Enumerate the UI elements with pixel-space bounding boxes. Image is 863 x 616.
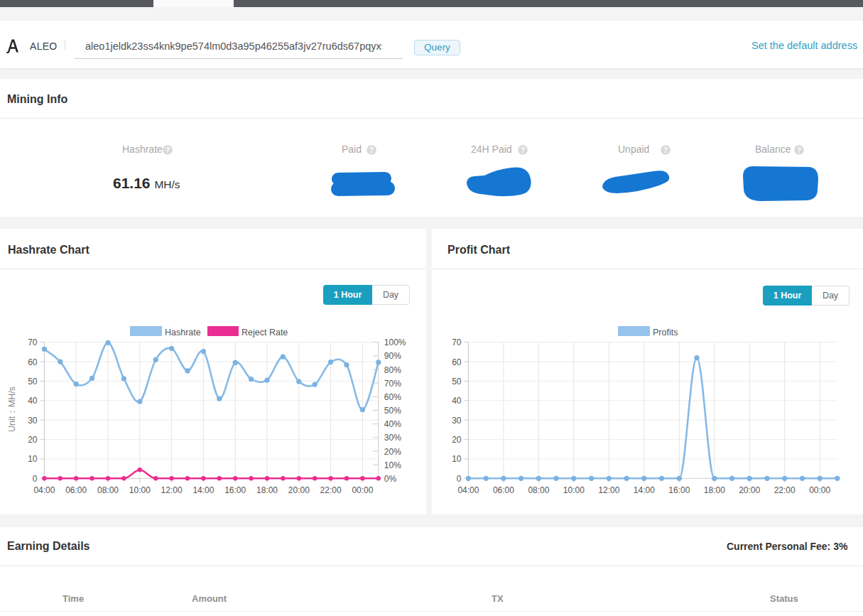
svg-text:20:00: 20:00	[288, 485, 310, 495]
svg-text:50: 50	[452, 377, 462, 387]
svg-text:90%: 90%	[384, 351, 401, 361]
svg-text:14:00: 14:00	[634, 485, 655, 495]
svg-text:20: 20	[28, 435, 38, 445]
svg-text:10:00: 10:00	[563, 485, 585, 495]
svg-text:06:00: 06:00	[65, 485, 87, 495]
svg-text:30: 30	[452, 416, 462, 426]
svg-text:0: 0	[33, 474, 38, 484]
svg-text:22:00: 22:00	[320, 485, 342, 495]
svg-text:00:00: 00:00	[809, 485, 830, 495]
svg-text:18:00: 18:00	[704, 485, 725, 495]
svg-text:04:00: 04:00	[457, 485, 479, 495]
svg-text:10%: 10%	[384, 460, 401, 470]
svg-text:10:00: 10:00	[129, 485, 151, 495]
svg-text:Unit：MH/s: Unit：MH/s	[7, 387, 17, 432]
svg-text:30: 30	[28, 416, 38, 426]
svg-text:100%: 100%	[384, 337, 406, 347]
svg-text:12:00: 12:00	[598, 485, 619, 495]
svg-text:60%: 60%	[384, 392, 401, 402]
svg-text:16:00: 16:00	[668, 485, 690, 495]
svg-text:10: 10	[452, 454, 462, 464]
svg-text:10: 10	[28, 454, 38, 464]
svg-text:Profits: Profits	[653, 328, 678, 337]
svg-text:Reject Rate: Reject Rate	[241, 328, 288, 337]
svg-text:20%: 20%	[384, 447, 401, 457]
svg-text:18:00: 18:00	[256, 485, 278, 495]
svg-text:40: 40	[28, 396, 38, 406]
svg-text:50: 50	[28, 377, 38, 387]
svg-text:20: 20	[452, 435, 462, 445]
svg-text:70: 70	[28, 337, 38, 347]
svg-text:40%: 40%	[384, 419, 401, 429]
svg-text:30%: 30%	[384, 433, 401, 443]
svg-text:Hashrate: Hashrate	[165, 328, 201, 337]
svg-text:40: 40	[452, 396, 462, 406]
svg-text:16:00: 16:00	[224, 485, 246, 495]
svg-text:06:00: 06:00	[493, 485, 514, 495]
svg-text:22:00: 22:00	[774, 485, 796, 495]
svg-text:70: 70	[452, 337, 462, 347]
svg-text:20:00: 20:00	[739, 485, 760, 495]
svg-text:0%: 0%	[384, 474, 397, 484]
svg-text:00:00: 00:00	[352, 485, 373, 495]
svg-text:80%: 80%	[384, 365, 401, 375]
svg-text:12:00: 12:00	[161, 485, 183, 495]
svg-text:70%: 70%	[384, 379, 401, 389]
svg-text:60: 60	[452, 357, 462, 367]
svg-text:08:00: 08:00	[97, 485, 119, 495]
svg-text:14:00: 14:00	[192, 485, 214, 495]
svg-text:08:00: 08:00	[528, 485, 549, 495]
svg-text:60: 60	[28, 357, 38, 367]
svg-text:50%: 50%	[384, 406, 401, 416]
svg-text:04:00: 04:00	[33, 485, 55, 495]
svg-text:0: 0	[457, 474, 462, 484]
